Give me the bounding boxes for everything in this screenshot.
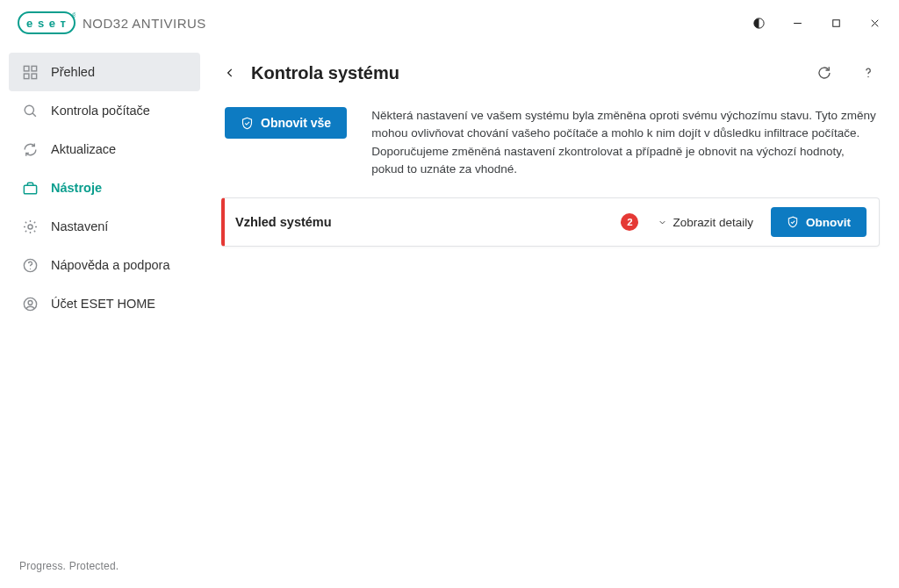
reload-icon — [816, 65, 832, 81]
maximize-button[interactable] — [816, 5, 855, 40]
page-title: Kontrola systému — [251, 63, 792, 83]
title-bar: e s e т ® NOD32 ANTIVIRUS — [0, 0, 899, 46]
gear-icon — [21, 218, 39, 235]
back-button[interactable] — [221, 64, 239, 82]
issue-card-title: Vzhled systému — [235, 215, 621, 229]
svg-line-13 — [32, 113, 36, 117]
maximize-icon — [830, 17, 843, 30]
dashboard-icon — [21, 63, 39, 81]
minimize-button[interactable] — [778, 5, 816, 40]
question-circle-icon — [21, 256, 39, 274]
sidebar-item-label: Přehled — [51, 65, 95, 79]
svg-point-12 — [25, 105, 33, 114]
sidebar-item-help[interactable]: Nápověda a podpora — [9, 246, 200, 284]
sidebar-item-label: Účet ESET HOME — [51, 297, 155, 311]
chevron-left-icon — [224, 67, 236, 79]
show-details-button[interactable]: Zobrazit detaily — [658, 216, 753, 229]
sidebar-item-label: Nastavení — [51, 219, 108, 233]
refresh-button[interactable] — [813, 61, 836, 84]
intro-section: Obnovit vše Některá nastavení ve vašem s… — [221, 107, 880, 178]
issue-card: Vzhled systému 2 Zobrazit detaily Obnovi… — [221, 197, 880, 247]
sidebar-item-update[interactable]: Aktualizace — [9, 130, 200, 169]
sidebar-item-label: Kontrola počítače — [51, 104, 150, 118]
svg-text:®: ® — [72, 12, 76, 18]
sidebar-item-account[interactable]: Účet ESET HOME — [9, 284, 200, 323]
sidebar-item-label: Aktualizace — [51, 142, 116, 156]
restore-all-label: Obnovit vše — [261, 116, 331, 130]
close-icon — [868, 17, 881, 30]
svg-point-20 — [867, 76, 869, 78]
product-name: NOD32 ANTIVIRUS — [83, 16, 206, 31]
svg-rect-14 — [24, 185, 36, 194]
help-button[interactable] — [857, 61, 880, 84]
intro-text: Některá nastavení ve vašem systému byla … — [371, 107, 880, 178]
sidebar-item-scan[interactable]: Kontrola počítače — [9, 91, 200, 130]
sidebar-item-settings[interactable]: Nastavení — [9, 207, 200, 246]
tagline: Progress. Protected. — [0, 560, 211, 588]
svg-rect-8 — [24, 66, 29, 71]
briefcase-icon — [21, 179, 39, 197]
chevron-down-icon — [658, 218, 667, 227]
svg-text:e s e т: e s e т — [26, 17, 67, 30]
svg-point-15 — [27, 224, 32, 228]
product-logo: e s e т ® NOD32 ANTIVIRUS — [18, 11, 206, 34]
restore-all-button[interactable]: Obnovit vše — [225, 107, 347, 139]
main-content: Kontrola systému Obnovit vše Některá nas… — [211, 46, 899, 588]
sidebar: Přehled Kontrola počítače Aktualizace Ná… — [0, 46, 211, 588]
sidebar-item-label: Nápověda a podpora — [51, 258, 169, 272]
svg-rect-10 — [24, 74, 29, 79]
minimize-icon — [791, 17, 804, 30]
shield-check-icon — [787, 216, 799, 228]
refresh-icon — [21, 140, 39, 158]
shield-check-icon — [241, 117, 254, 130]
sidebar-item-tools[interactable]: Nástroje — [9, 169, 200, 207]
restore-label: Obnovit — [806, 216, 851, 229]
svg-point-19 — [28, 300, 32, 305]
restore-button[interactable]: Obnovit — [771, 207, 867, 237]
magnifier-icon — [21, 102, 39, 119]
issue-count-badge: 2 — [621, 213, 638, 231]
question-icon — [860, 65, 876, 81]
half-circle-icon — [752, 17, 766, 30]
user-circle-icon — [21, 295, 39, 312]
svg-point-17 — [29, 268, 30, 269]
show-details-label: Zobrazit detaily — [672, 216, 753, 229]
sidebar-item-overview[interactable]: Přehled — [9, 53, 200, 91]
content-header: Kontrola systému — [221, 61, 880, 84]
svg-rect-9 — [32, 66, 37, 71]
svg-rect-11 — [32, 74, 37, 79]
close-button[interactable] — [855, 5, 894, 40]
eset-logo-icon: e s e т ® — [18, 11, 76, 34]
theme-toggle-button[interactable] — [739, 5, 778, 40]
sidebar-item-label: Nástroje — [51, 181, 102, 195]
svg-rect-5 — [832, 19, 839, 26]
